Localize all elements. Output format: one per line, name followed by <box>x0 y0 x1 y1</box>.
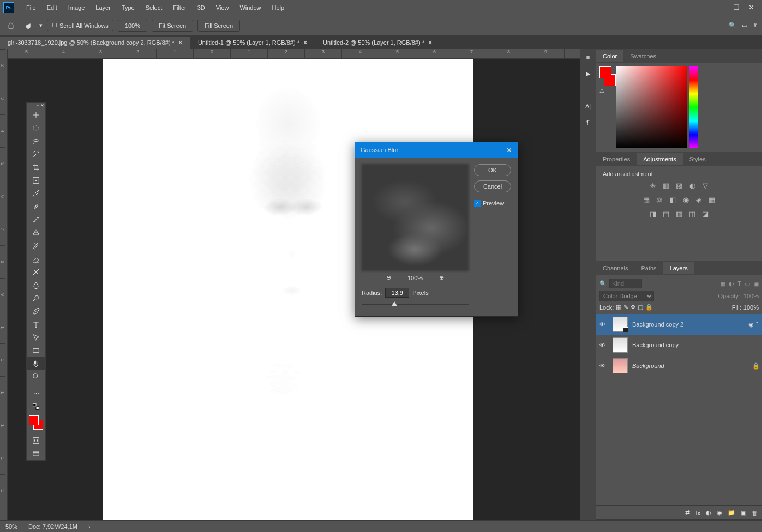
brush-tool[interactable] <box>27 213 45 226</box>
layer-row[interactable]: 👁 Background copy 2 ◉ ˅ <box>596 314 762 335</box>
share-icon[interactable]: ⇪ <box>753 22 758 29</box>
layers-tab[interactable]: Layers <box>663 262 694 274</box>
menu-help[interactable]: Help <box>267 2 290 13</box>
path-selection-tool[interactable] <box>27 331 45 344</box>
gamut-warning-icon[interactable]: ⚠ <box>599 88 604 94</box>
link-layers-icon[interactable]: ⇄ <box>685 509 690 516</box>
adjustment-layer-icon[interactable]: ◉ <box>717 509 722 516</box>
exposure-icon[interactable]: ◐ <box>687 180 697 190</box>
zoom-level[interactable]: 100% <box>118 20 147 32</box>
dodge-tool[interactable] <box>27 292 45 305</box>
radius-input[interactable] <box>385 288 409 298</box>
doc-tab-3[interactable]: Untitled-2 @ 50% (Layer 1, RGB/8#) * ✕ <box>315 37 440 49</box>
maximize-icon[interactable]: ☐ <box>733 3 740 11</box>
channel-mixer-icon[interactable]: ◈ <box>694 195 704 204</box>
visibility-icon[interactable]: 👁 <box>599 342 608 348</box>
menu-window[interactable]: Window <box>234 2 266 13</box>
photo-filter-icon[interactable]: ◉ <box>681 195 691 204</box>
color-field[interactable] <box>616 66 687 148</box>
menu-image[interactable]: Image <box>63 2 91 13</box>
zoom-out-icon[interactable]: ⊖ <box>386 274 391 281</box>
posterize-icon[interactable]: ▤ <box>661 209 671 219</box>
status-chevron-icon[interactable]: › <box>88 523 91 530</box>
layer-name[interactable]: Background copy 2 <box>632 321 744 328</box>
move-tool[interactable] <box>27 108 45 122</box>
lock-pixels-icon[interactable]: ✎ <box>623 304 628 311</box>
lock-position-icon[interactable]: ✥ <box>631 304 635 311</box>
radius-slider[interactable] <box>362 300 469 310</box>
mask-icon[interactable]: ◐ <box>706 509 711 516</box>
fit-screen-button[interactable]: Fit Screen <box>152 20 193 32</box>
doc-tab-1[interactable]: girl-3033718_1920.jpg @ 50% (Background … <box>0 37 190 49</box>
menu-select[interactable]: Select <box>140 2 168 13</box>
healing-tool[interactable] <box>27 200 45 213</box>
search-icon[interactable]: 🔍 <box>729 22 736 29</box>
marquee-tool[interactable] <box>27 122 45 135</box>
visibility-icon[interactable]: 👁 <box>599 321 608 328</box>
styles-tab[interactable]: Styles <box>683 153 712 165</box>
layer-thumbnail[interactable] <box>613 317 628 332</box>
foreground-color-swatch[interactable] <box>599 66 611 78</box>
layer-row[interactable]: 👁 Background 🔒 <box>596 355 762 376</box>
filter-adj-icon[interactable]: ◐ <box>729 280 734 287</box>
hue-slider[interactable] <box>689 66 698 148</box>
filter-indicator-icon[interactable]: ◉ ˅ <box>748 321 759 328</box>
layer-thumbnail[interactable] <box>613 337 628 353</box>
home-icon[interactable] <box>4 19 17 32</box>
color-tab[interactable]: Color <box>596 50 623 62</box>
layer-row[interactable]: 👁 Background copy <box>596 335 762 355</box>
hand-tool-icon[interactable] <box>22 19 35 32</box>
close-tab-icon[interactable]: ✕ <box>303 39 308 46</box>
eraser-tool[interactable] <box>27 252 45 265</box>
layer-thumbnail[interactable] <box>613 358 628 373</box>
delete-layer-icon[interactable]: 🗑 <box>752 510 758 516</box>
bw-icon[interactable]: ◧ <box>668 195 677 204</box>
menu-type[interactable]: Type <box>116 2 140 13</box>
fill-value[interactable]: 100% <box>743 304 759 311</box>
lasso-tool[interactable] <box>27 135 45 148</box>
type-tool[interactable] <box>27 318 45 331</box>
fill-screen-button[interactable]: Fill Screen <box>197 20 240 32</box>
workspace-icon[interactable]: ▭ <box>742 22 747 29</box>
rectangle-tool[interactable] <box>27 344 45 357</box>
fx-icon[interactable]: fx <box>695 510 700 516</box>
swatches-tab[interactable]: Swatches <box>623 50 663 62</box>
status-zoom[interactable]: 50% <box>5 523 17 530</box>
blur-tool[interactable] <box>27 279 45 292</box>
lock-transparency-icon[interactable]: ▦ <box>616 304 621 311</box>
zoom-tool[interactable] <box>27 370 45 383</box>
close-tab-icon[interactable]: ✕ <box>178 39 183 46</box>
color-lookup-icon[interactable]: ▦ <box>707 195 717 204</box>
levels-icon[interactable]: ▥ <box>661 180 671 190</box>
lock-all-icon[interactable]: 🔒 <box>645 304 653 311</box>
character-panel-icon[interactable]: A| <box>580 98 596 114</box>
scroll-all-checkbox[interactable]: ☐Scroll All Windows <box>47 20 113 31</box>
fg-swatch[interactable] <box>29 415 39 425</box>
dialog-titlebar[interactable]: Gaussian Blur ✕ <box>355 142 518 158</box>
selective-color-icon[interactable]: ◪ <box>700 209 710 219</box>
invert-icon[interactable]: ◨ <box>648 209 658 219</box>
preview-checkbox[interactable]: ✓ Preview <box>474 200 511 207</box>
threshold-icon[interactable]: ▥ <box>674 209 684 219</box>
close-tab-icon[interactable]: ✕ <box>428 39 433 46</box>
cancel-button[interactable]: Cancel <box>474 180 511 192</box>
menu-view[interactable]: View <box>211 2 235 13</box>
app-logo[interactable]: Ps <box>3 2 14 13</box>
color-swatches[interactable] <box>29 415 43 430</box>
minimize-icon[interactable]: — <box>717 3 724 11</box>
adjustments-tab[interactable]: Adjustments <box>637 153 683 165</box>
properties-tab[interactable]: Properties <box>596 153 637 165</box>
doc-tab-2[interactable]: Untitled-1 @ 50% (Layer 1, RGB/8#) * ✕ <box>190 37 315 49</box>
dropdown-icon[interactable]: ▾ <box>39 22 43 29</box>
color-balance-icon[interactable]: ⚖ <box>655 195 664 204</box>
visibility-icon[interactable]: 👁 <box>599 362 608 369</box>
gradient-tool[interactable] <box>27 265 45 279</box>
menu-layer[interactable]: Layer <box>90 2 116 13</box>
layer-kind-filter[interactable] <box>609 279 642 288</box>
pen-tool[interactable] <box>27 305 45 318</box>
menu-edit[interactable]: Edit <box>41 2 63 13</box>
frame-tool[interactable] <box>27 174 45 187</box>
vibrance-icon[interactable]: ▽ <box>700 180 710 190</box>
group-icon[interactable]: 📁 <box>728 509 735 516</box>
filter-pixel-icon[interactable]: ▦ <box>720 280 725 287</box>
